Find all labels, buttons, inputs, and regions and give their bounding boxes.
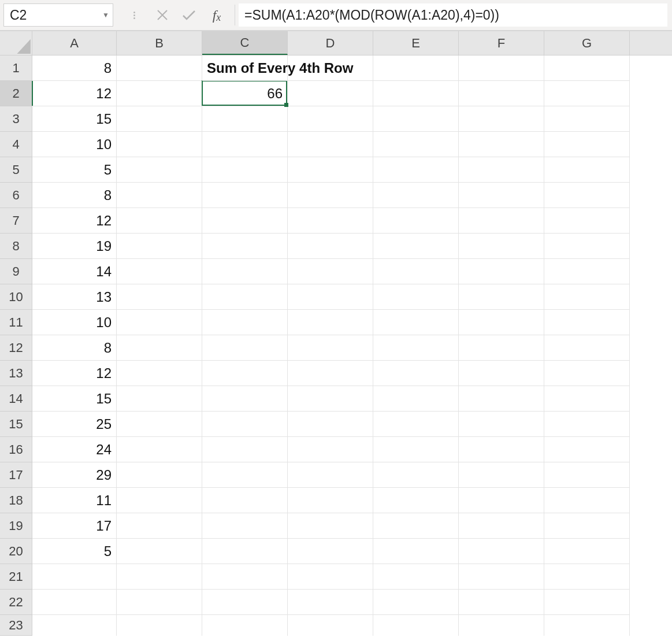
cell-F13[interactable] — [459, 361, 544, 386]
cell-A13[interactable]: 12 — [32, 361, 117, 386]
cell-B3[interactable] — [117, 106, 202, 132]
cell-F14[interactable] — [459, 386, 544, 412]
cell-D14[interactable] — [288, 386, 373, 412]
cell-B5[interactable] — [117, 157, 202, 183]
cell-C20[interactable] — [202, 539, 288, 564]
row-header-14[interactable]: 14 — [0, 386, 32, 412]
cell-A4[interactable]: 10 — [32, 132, 117, 157]
row-header-17[interactable]: 17 — [0, 462, 32, 488]
cell-D6[interactable] — [288, 183, 373, 208]
cell-A16[interactable]: 24 — [32, 437, 117, 462]
cell-A1[interactable]: 8 — [32, 55, 117, 81]
cell-C6[interactable] — [202, 183, 288, 208]
cell-D3[interactable] — [288, 106, 373, 132]
cell-D18[interactable] — [288, 488, 373, 513]
row-header-3[interactable]: 3 — [0, 106, 32, 132]
cell-G22[interactable] — [544, 590, 630, 615]
row-header-9[interactable]: 9 — [0, 259, 32, 284]
row-header-19[interactable]: 19 — [0, 513, 32, 539]
row-header-5[interactable]: 5 — [0, 157, 32, 183]
cancel-icon[interactable] — [149, 3, 176, 27]
cell-G20[interactable] — [544, 539, 630, 564]
cell-E5[interactable] — [373, 157, 459, 183]
row-header-8[interactable]: 8 — [0, 234, 32, 259]
row-header-6[interactable]: 6 — [0, 183, 32, 208]
cell-D23[interactable] — [288, 615, 373, 636]
cell-G7[interactable] — [544, 208, 630, 234]
cell-G11[interactable] — [544, 310, 630, 335]
cell-D2[interactable] — [288, 81, 373, 106]
cell-C7[interactable] — [202, 208, 288, 234]
column-header-E[interactable]: E — [373, 31, 459, 55]
cell-E22[interactable] — [373, 590, 459, 615]
cell-G9[interactable] — [544, 259, 630, 284]
cell-C23[interactable] — [202, 615, 288, 636]
select-all-corner[interactable] — [0, 31, 32, 55]
cell-C1[interactable]: Sum of Every 4th Row — [202, 55, 288, 81]
cell-C5[interactable] — [202, 157, 288, 183]
row-header-2[interactable]: 2 — [0, 81, 32, 106]
cell-G4[interactable] — [544, 132, 630, 157]
cell-F2[interactable] — [459, 81, 544, 106]
cell-A12[interactable]: 8 — [32, 335, 117, 361]
cell-E20[interactable] — [373, 539, 459, 564]
cell-E23[interactable] — [373, 615, 459, 636]
cell-C15[interactable] — [202, 412, 288, 437]
cell-G17[interactable] — [544, 462, 630, 488]
cell-E15[interactable] — [373, 412, 459, 437]
cell-G21[interactable] — [544, 564, 630, 590]
cell-C2[interactable]: 66 — [202, 81, 288, 106]
cell-B6[interactable] — [117, 183, 202, 208]
row-header-7[interactable]: 7 — [0, 208, 32, 234]
cell-A5[interactable]: 5 — [32, 157, 117, 183]
cell-D12[interactable] — [288, 335, 373, 361]
column-header-A[interactable]: A — [32, 31, 117, 55]
cell-D10[interactable] — [288, 284, 373, 310]
cell-F21[interactable] — [459, 564, 544, 590]
cell-C13[interactable] — [202, 361, 288, 386]
cell-G5[interactable] — [544, 157, 630, 183]
cell-C4[interactable] — [202, 132, 288, 157]
cell-E1[interactable] — [373, 55, 459, 81]
row-header-12[interactable]: 12 — [0, 335, 32, 361]
cell-E21[interactable] — [373, 564, 459, 590]
cell-A22[interactable] — [32, 590, 117, 615]
cell-E18[interactable] — [373, 488, 459, 513]
cell-D22[interactable] — [288, 590, 373, 615]
cell-D4[interactable] — [288, 132, 373, 157]
cell-F1[interactable] — [459, 55, 544, 81]
cell-D17[interactable] — [288, 462, 373, 488]
cell-A15[interactable]: 25 — [32, 412, 117, 437]
cell-C10[interactable] — [202, 284, 288, 310]
cell-C12[interactable] — [202, 335, 288, 361]
cell-C17[interactable] — [202, 462, 288, 488]
cell-G16[interactable] — [544, 437, 630, 462]
row-header-4[interactable]: 4 — [0, 132, 32, 157]
cell-E17[interactable] — [373, 462, 459, 488]
cell-C14[interactable] — [202, 386, 288, 412]
chevron-down-icon[interactable]: ▼ — [102, 11, 109, 19]
cell-D20[interactable] — [288, 539, 373, 564]
cell-F3[interactable] — [459, 106, 544, 132]
column-header-D[interactable]: D — [288, 31, 373, 55]
cell-A7[interactable]: 12 — [32, 208, 117, 234]
cell-F7[interactable] — [459, 208, 544, 234]
cell-G10[interactable] — [544, 284, 630, 310]
cell-E10[interactable] — [373, 284, 459, 310]
cell-G19[interactable] — [544, 513, 630, 539]
cell-B18[interactable] — [117, 488, 202, 513]
cell-A23[interactable] — [32, 615, 117, 636]
cell-C11[interactable] — [202, 310, 288, 335]
cell-E12[interactable] — [373, 335, 459, 361]
cell-C16[interactable] — [202, 437, 288, 462]
cell-A18[interactable]: 11 — [32, 488, 117, 513]
cell-A8[interactable]: 19 — [32, 234, 117, 259]
cell-B22[interactable] — [117, 590, 202, 615]
cell-D19[interactable] — [288, 513, 373, 539]
cell-F20[interactable] — [459, 539, 544, 564]
cell-A17[interactable]: 29 — [32, 462, 117, 488]
cell-C19[interactable] — [202, 513, 288, 539]
cell-F11[interactable] — [459, 310, 544, 335]
cell-D9[interactable] — [288, 259, 373, 284]
cell-E11[interactable] — [373, 310, 459, 335]
